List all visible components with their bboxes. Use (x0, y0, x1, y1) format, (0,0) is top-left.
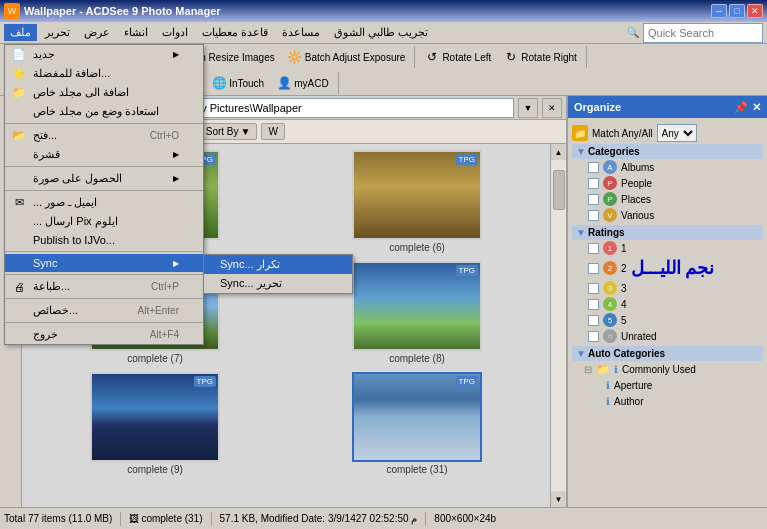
new-arrow: ▶ (173, 50, 179, 59)
rating3-checkbox[interactable] (588, 283, 599, 294)
myacd-button[interactable]: 👤 myACD (271, 72, 333, 94)
view-button[interactable]: W (261, 123, 284, 140)
menu-add-special[interactable]: 📁 اضافة الى مجلد خاص (5, 83, 203, 102)
menu-exit[interactable]: خروج Alt+F4 (5, 325, 203, 344)
organize-panel: Organize 📌 ✕ 📁 Match Any/All Any All (567, 96, 767, 507)
menu-create[interactable]: انشاء (118, 24, 154, 41)
path-nav-button[interactable]: ▼ (518, 98, 538, 118)
author-spacer (588, 394, 602, 408)
rating-unrated[interactable]: ○ Unrated (572, 328, 763, 344)
thumb-badge-8: TPG (456, 265, 478, 276)
various-checkbox[interactable] (588, 210, 599, 221)
intouch-icon: 🌐 (211, 75, 227, 91)
menu-new[interactable]: 📄 جديد ▶ (5, 45, 203, 64)
menu-email[interactable]: ✉ ... ايميل ـ صور (5, 193, 203, 212)
category-people[interactable]: P People (572, 175, 763, 191)
menu-database[interactable]: قاعدة معطيات (196, 24, 274, 41)
rating5-checkbox[interactable] (588, 315, 599, 326)
sep-5 (5, 274, 203, 275)
auto-author[interactable]: ℹ Author (572, 393, 763, 409)
menu-properties[interactable]: خصائص... Alt+Enter (5, 301, 203, 320)
sync-arrow: ▶ (173, 259, 179, 268)
thumb-item-9[interactable]: TPG complete (9) (28, 372, 282, 475)
email-icon: ✉ (9, 195, 29, 211)
menu-view[interactable]: عرض (78, 24, 116, 41)
rating4-checkbox[interactable] (588, 299, 599, 310)
rating2-checkbox[interactable] (588, 263, 599, 274)
category-places[interactable]: P Places (572, 191, 763, 207)
thumb-img-31: TPG (352, 372, 482, 462)
scrollbar-vertical[interactable]: ▲ ▼ (550, 144, 566, 507)
rotate-left-button[interactable]: ↺ Rotate Left (419, 46, 496, 68)
categories-header[interactable]: ▼ Categories (572, 144, 763, 159)
menu-extra[interactable]: تجريب طالبي الشوق (328, 24, 434, 41)
batch-adjust-button[interactable]: 🔆 Batch Adjust Exposure (282, 46, 411, 68)
thumb-item-31[interactable]: TPG complete (31) (290, 372, 544, 475)
rating1-checkbox[interactable] (588, 243, 599, 254)
menu-print[interactable]: 🖨 طباعة... Ctrl+P (5, 277, 203, 296)
scroll-thumb[interactable] (553, 170, 565, 210)
menu-sync[interactable]: Sync ▶ Sync... تكرار Sync... تحرير (5, 254, 203, 272)
auto-commonly-used[interactable]: ⊟ 📁 ℹ Commonly Used (572, 361, 763, 377)
sync-repeat[interactable]: Sync... تكرار (204, 255, 352, 274)
menu-shell[interactable]: قشرة ▶ (5, 145, 203, 164)
albums-checkbox[interactable] (588, 162, 599, 173)
rating-3[interactable]: 3 3 (572, 280, 763, 296)
commonly-used-folder-icon: 📁 (596, 362, 610, 376)
thumb-label-31: complete (31) (386, 464, 447, 475)
status-bar: Total 77 items (11.0 MB) 🖼 complete (31)… (0, 507, 767, 529)
sync-submenu[interactable]: Sync... تكرار Sync... تحرير (203, 254, 353, 294)
places-checkbox[interactable] (588, 194, 599, 205)
panel-pin-button[interactable]: 📌 (734, 101, 748, 114)
menu-open[interactable]: 📂 فتح... Ctrl+O (5, 126, 203, 145)
menu-file[interactable]: ملف (4, 24, 37, 41)
author-info-icon: ℹ (606, 396, 610, 407)
panel-close-button[interactable]: ✕ (752, 101, 761, 114)
thumb-img-6: TPG (352, 150, 482, 240)
match-dropdown[interactable]: Any All (657, 124, 697, 142)
author-label: Author (614, 396, 643, 407)
rating-5[interactable]: 5 5 (572, 312, 763, 328)
scroll-down-arrow[interactable]: ▼ (551, 491, 567, 507)
commonly-used-tree-icon: ⊟ (584, 364, 592, 375)
app-title: Wallpaper - ACDSee 9 Photo Manager (24, 5, 221, 17)
search-input[interactable] (643, 23, 763, 43)
rotate-right-button[interactable]: ↻ Rotate Right (498, 46, 582, 68)
sync-edit[interactable]: Sync... تحرير (204, 274, 352, 293)
minimize-button[interactable]: ─ (711, 4, 727, 18)
menu-add-fav[interactable]: ⭐ اضافة للمفضلة... (5, 64, 203, 83)
people-checkbox[interactable] (588, 178, 599, 189)
path-close-button[interactable]: ✕ (542, 98, 562, 118)
status-thumb-icon: 🖼 (129, 513, 139, 524)
rating-1[interactable]: 1 1 (572, 240, 763, 256)
rating-2[interactable]: 2 2 نجم الليـــل (572, 256, 763, 280)
menu-publish[interactable]: Publish to IJVo... (5, 231, 203, 249)
unrated-checkbox[interactable] (588, 331, 599, 342)
scroll-up-arrow[interactable]: ▲ (551, 144, 567, 160)
auto-categories-header[interactable]: ▼ Auto Categories (572, 346, 763, 361)
menu-send-pix[interactable]: ... ارسال Pix ايلوم (5, 212, 203, 231)
menu-tools[interactable]: ادوات (156, 24, 194, 41)
thumb-item-6[interactable]: TPG complete (6) (290, 150, 544, 253)
file-menu-dropdown[interactable]: 📄 جديد ▶ ⭐ اضافة للمفضلة... 📁 اضافة الى … (4, 44, 204, 345)
category-various[interactable]: V Various (572, 207, 763, 223)
auto-aperture[interactable]: ℹ Aperture (572, 377, 763, 393)
ratings-header[interactable]: ▼ Ratings (572, 225, 763, 240)
various-icon: V (603, 208, 617, 222)
auto-categories-label: Auto Categories (588, 348, 665, 359)
intouch-button[interactable]: 🌐 InTouch (206, 72, 269, 94)
status-sep-2 (211, 512, 212, 526)
maximize-button[interactable]: □ (729, 4, 745, 18)
sep-6 (5, 298, 203, 299)
menu-get-image[interactable]: الحصول على صورة ▶ (5, 169, 203, 188)
new-icon: 📄 (9, 47, 29, 63)
rating4-label: 4 (621, 299, 627, 310)
rating-4[interactable]: 4 4 (572, 296, 763, 312)
menu-help[interactable]: مساعدة (276, 24, 326, 41)
thumb-label-9: complete (9) (127, 464, 183, 475)
close-button[interactable]: ✕ (747, 4, 763, 18)
category-albums[interactable]: A Albums (572, 159, 763, 175)
commonly-used-label: Commonly Used (622, 364, 696, 375)
menu-edit[interactable]: تحرير (39, 24, 76, 41)
menu-restore[interactable]: استعادة وضع من مجلد خاص (5, 102, 203, 121)
